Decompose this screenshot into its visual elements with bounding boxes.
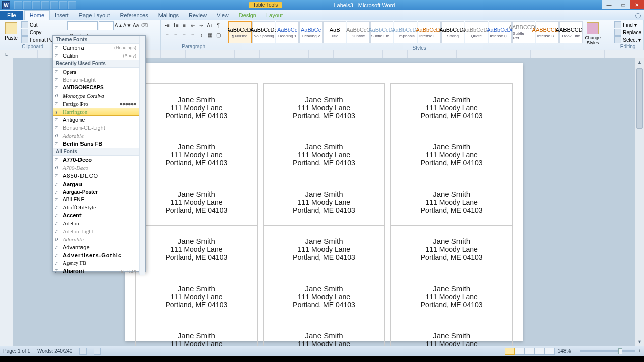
- change-styles-button[interactable]: Change Styles: [584, 21, 602, 45]
- tab-file[interactable]: File: [0, 11, 23, 20]
- label-cell[interactable]: Jane Smith111 Moody LanePortland, ME 041…: [391, 178, 513, 226]
- label-cell[interactable]: Jane Smith111 Moody LanePortland, ME 041…: [136, 84, 258, 131]
- replace-button[interactable]: Replace: [614, 29, 641, 36]
- font-option[interactable]: 𝑂Adorable: [53, 235, 139, 243]
- style-heading-2[interactable]: AaBbCcHeading 2: [299, 21, 323, 43]
- style-heading-1[interactable]: AaBbCcHeading 1: [276, 21, 299, 43]
- shading-icon[interactable]: ▦: [206, 31, 214, 39]
- align-right-icon[interactable]: ≡: [180, 31, 188, 39]
- font-option[interactable]: 𝑇Aharoniאבגד הוז: [53, 267, 139, 275]
- help-icon[interactable]: ⓘ: [635, 12, 641, 20]
- font-option[interactable]: 𝑇ANTIGONECAPS: [53, 84, 139, 92]
- label-cell[interactable]: Jane Smith111 Moody LanePortland, ME 041…: [391, 273, 513, 320]
- font-option[interactable]: 𝑇A770-Deco: [53, 156, 139, 164]
- label-cell[interactable]: Jane Smith111 Moody LanePortland, ME 041…: [391, 131, 513, 178]
- font-option[interactable]: 𝑂A780-Deco: [53, 164, 139, 172]
- qat-btn[interactable]: [68, 1, 76, 9]
- view-fullscreen[interactable]: [515, 348, 525, 355]
- align-left-icon[interactable]: ≡: [163, 31, 171, 39]
- label-cell[interactable]: Jane Smith111 Moody LanePortland, ME 041…: [391, 320, 513, 346]
- font-option[interactable]: 𝑇Accent: [53, 211, 139, 219]
- font-option[interactable]: 𝑇Antigone: [53, 116, 139, 124]
- label-cell[interactable]: Jane Smith111 Moody LanePortland, ME 041…: [263, 226, 385, 273]
- dec-indent-icon[interactable]: ⇤: [189, 21, 197, 29]
- font-name-input[interactable]: [67, 21, 98, 30]
- find-button[interactable]: Find ▾: [614, 21, 641, 28]
- font-option[interactable]: 𝑇Advantage: [53, 243, 139, 251]
- font-option[interactable]: 𝑇Calibri(Body): [53, 52, 139, 60]
- scroll-thumb[interactable]: [636, 68, 643, 129]
- style--normal[interactable]: AaBbCcDc¶ Normal: [228, 21, 252, 43]
- qat-btn[interactable]: [59, 1, 67, 9]
- label-cell[interactable]: Jane Smith111 Moody LanePortland, ME 041…: [263, 273, 385, 320]
- tab-home[interactable]: Home: [24, 10, 50, 20]
- font-option[interactable]: 𝑇Berlin Sans FB: [53, 140, 139, 148]
- copy-button[interactable]: Copy: [21, 29, 63, 36]
- font-option[interactable]: 𝑇Benson-CE-Light: [53, 124, 139, 132]
- scroll-down-icon[interactable]: ▼: [635, 338, 644, 346]
- qat-btn[interactable]: [41, 1, 49, 9]
- clear-formatting-icon[interactable]: ⌫: [140, 21, 148, 29]
- status-words[interactable]: Words: 240/240: [37, 348, 72, 354]
- font-option[interactable]: 𝑇Aargau: [53, 180, 139, 188]
- styles-gallery[interactable]: AaBbCcDc¶ NormalAaBbCcDcNo SpacingAaBbCc…: [228, 21, 583, 43]
- change-case-icon[interactable]: Aa: [132, 21, 140, 29]
- zoom-level[interactable]: 148%: [558, 348, 571, 354]
- grow-font-icon[interactable]: A▲: [115, 21, 123, 29]
- vertical-scrollbar[interactable]: ▲ ▼: [635, 58, 644, 346]
- view-outline[interactable]: [535, 348, 545, 355]
- qat-save-icon[interactable]: [14, 1, 22, 9]
- font-option[interactable]: 𝑇Adelon: [53, 219, 139, 227]
- select-button[interactable]: Select ▾: [614, 36, 641, 43]
- font-option[interactable]: 𝑇Adelon-Light: [53, 227, 139, 235]
- tab-layout[interactable]: Layout: [261, 11, 288, 20]
- tab-insert[interactable]: Insert: [50, 11, 74, 20]
- zoom-slider[interactable]: [580, 350, 635, 352]
- tab-view[interactable]: View: [212, 11, 234, 20]
- bullets-icon[interactable]: •≡: [163, 21, 171, 29]
- borders-icon[interactable]: ▢: [214, 31, 222, 39]
- status-page[interactable]: Page: 1 of 1: [3, 348, 30, 354]
- font-option[interactable]: 𝑇Agency FB: [53, 259, 139, 267]
- font-option[interactable]: 𝑂Adorable: [53, 132, 139, 140]
- align-center-icon[interactable]: ≡: [172, 31, 180, 39]
- tab-review[interactable]: Review: [184, 11, 212, 20]
- label-cell[interactable]: Jane Smith111 Moody LanePortland, ME 041…: [136, 273, 258, 320]
- label-cell[interactable]: Jane Smith111 Moody LanePortland, ME 041…: [391, 84, 513, 131]
- cut-button[interactable]: Cut: [21, 21, 63, 28]
- font-dropdown[interactable]: Theme Fonts𝑇Cambria(Headings)𝑇Calibri(Bo…: [52, 35, 146, 272]
- style-book-title[interactable]: AABBCCDDBook Title: [559, 21, 583, 43]
- font-option[interactable]: 𝑇Harrington: [53, 108, 139, 116]
- shrink-font-icon[interactable]: A▼: [123, 21, 131, 29]
- label-cell[interactable]: Jane Smith111 Moody LanePortland, ME 041…: [263, 320, 385, 346]
- numbering-icon[interactable]: 1≡: [172, 21, 180, 29]
- line-spacing-icon[interactable]: ↕: [197, 31, 205, 39]
- inc-indent-icon[interactable]: ⇥: [197, 21, 205, 29]
- qat-undo-icon[interactable]: [23, 1, 31, 9]
- label-cell[interactable]: Jane Smith111 Moody LanePortland, ME 041…: [136, 131, 258, 178]
- label-cell[interactable]: Jane Smith111 Moody LanePortland, ME 041…: [391, 226, 513, 273]
- font-option[interactable]: 𝑇Aargau-Poster: [53, 188, 139, 196]
- macro-icon[interactable]: [94, 348, 101, 355]
- style-subtle-em-[interactable]: AaBbCcDcSubtle Em...: [370, 21, 393, 43]
- style-quote[interactable]: AaBbCcDcQuote: [465, 21, 488, 43]
- label-cell[interactable]: Jane Smith111 Moody LanePortland, ME 041…: [263, 131, 385, 178]
- font-option[interactable]: 𝑇ABILENE: [53, 196, 139, 203]
- label-cell[interactable]: Jane Smith111 Moody LanePortland, ME 041…: [136, 178, 258, 226]
- tab-design[interactable]: Design: [234, 11, 261, 20]
- qat-redo-icon[interactable]: [32, 1, 40, 9]
- font-option[interactable]: 𝑇Advertisers-Gothic: [53, 251, 139, 259]
- font-option[interactable]: 𝑇Fertigo Pro●●●●●●: [53, 100, 139, 108]
- font-option[interactable]: 𝑇A850-DECO: [53, 172, 139, 180]
- minimize-button[interactable]: —: [602, 0, 616, 9]
- scroll-up-icon[interactable]: ▲: [635, 58, 644, 66]
- paste-button[interactable]: Paste: [2, 21, 20, 41]
- style-emphasis[interactable]: AaBbCcDcEmphasis: [394, 21, 417, 43]
- tab-references[interactable]: References: [115, 11, 153, 20]
- vertical-ruler[interactable]: [0, 58, 13, 346]
- style-strong[interactable]: AaBbCcDcStrong: [441, 21, 464, 43]
- maximize-button[interactable]: ▭: [616, 0, 630, 9]
- zoom-in-button[interactable]: +: [638, 348, 641, 354]
- style-no-spacing[interactable]: AaBbCcDcNo Spacing: [252, 21, 275, 43]
- font-option[interactable]: 𝑇Cambria(Headings): [53, 44, 139, 52]
